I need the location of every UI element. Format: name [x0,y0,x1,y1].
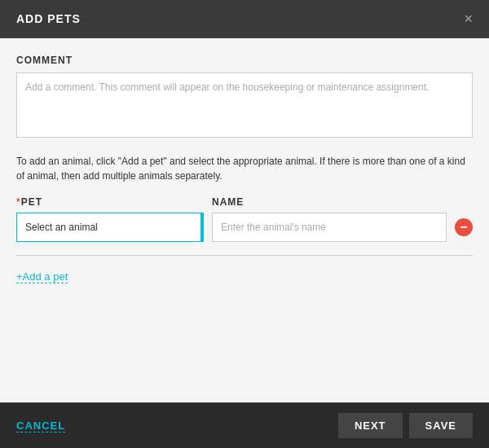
modal-footer: CANCEL NEXT SAVE [0,402,489,448]
modal-title: ADD PETS [16,12,81,25]
modal-header: ADD PETS × [0,0,489,38]
pet-select-wrapper: Select an animal Dog Cat Bird Fish Rabbi… [16,213,204,242]
pet-row-headers: *PET NAME [16,196,473,208]
pet-input-row: Select an animal Dog Cat Bird Fish Rabbi… [16,213,473,242]
comment-textarea[interactable] [16,72,473,138]
name-column-header: NAME [212,196,473,208]
next-button[interactable]: NEXT [338,413,403,438]
add-pet-button[interactable]: +Add a pet [16,270,68,283]
info-text: To add an animal, click "Add a pet" and … [16,154,473,183]
footer-right-buttons: NEXT SAVE [338,413,473,438]
section-divider [16,255,473,256]
cancel-button[interactable]: CANCEL [16,419,65,433]
close-icon[interactable]: × [464,11,473,26]
animal-name-input[interactable] [212,213,447,242]
modal-body: COMMENT To add an animal, click "Add a p… [0,38,489,402]
pet-column-header: *PET [16,196,204,208]
add-pets-modal: ADD PETS × COMMENT To add an animal, cli… [0,0,489,448]
comment-label: COMMENT [16,55,473,66]
remove-pet-button[interactable]: − [455,218,473,236]
save-button[interactable]: SAVE [409,413,473,438]
pet-select[interactable]: Select an animal Dog Cat Bird Fish Rabbi… [16,213,204,242]
